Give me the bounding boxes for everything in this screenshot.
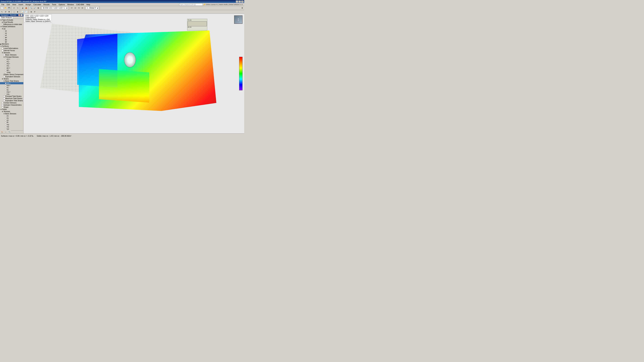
nav-surfaces[interactable]: ▼ Surfaces bbox=[0, 45, 23, 47]
menu-tools[interactable]: Tools bbox=[51, 3, 57, 6]
nav-s1m[interactable]: σ1,- bbox=[0, 60, 23, 62]
radio-phiz[interactable] bbox=[3, 41, 5, 42]
nav-eyy[interactable]: εyy,+ bbox=[0, 84, 23, 86]
nav-members[interactable]: ▶ Members bbox=[0, 43, 23, 45]
nav-principal-total[interactable]: Principal Total Strains bbox=[0, 95, 23, 97]
navigator-pin[interactable]: 📌 bbox=[18, 14, 20, 16]
nav-eym[interactable]: εy,- bbox=[0, 89, 23, 91]
radio-exm[interactable] bbox=[5, 87, 6, 88]
radio-sz[interactable] bbox=[5, 120, 6, 121]
nav-stresses[interactable]: ▼ Stresses bbox=[0, 52, 23, 54]
radio-eyy[interactable] bbox=[5, 85, 6, 86]
menu-window[interactable]: Window bbox=[66, 3, 75, 6]
menu-cad-bim[interactable]: CAD-BIM bbox=[75, 3, 85, 6]
tb-3d[interactable]: 3D bbox=[81, 6, 84, 10]
radio-phiy[interactable] bbox=[3, 39, 5, 40]
nav-isotropic[interactable]: Isotropic Characteristics bbox=[0, 104, 23, 106]
nav-exx[interactable]: εxx,+ bbox=[0, 82, 23, 84]
nav-phi1p[interactable]: φ1,+ bbox=[0, 67, 23, 69]
check-int-forces[interactable] bbox=[2, 50, 3, 51]
tb-export[interactable]: 📤 bbox=[24, 6, 28, 10]
tb-node-snap[interactable]: ⊕ bbox=[30, 10, 33, 13]
check-iso[interactable] bbox=[2, 104, 3, 106]
nav-basic-stresses[interactable]: Basic Stresses bbox=[0, 54, 23, 56]
tb-select[interactable]: ↖ bbox=[0, 10, 4, 13]
nav-solid-stresses[interactable]: ▼ Stresses bbox=[0, 110, 23, 113]
nav-elastic-stress[interactable]: Elastic Stress Components bbox=[0, 73, 23, 76]
nav-tab-static[interactable]: Static Analysis bbox=[0, 16, 13, 19]
nav-btn-3[interactable]: 🔧 bbox=[8, 130, 11, 134]
radio-exx[interactable] bbox=[5, 83, 6, 84]
nav-exyp[interactable]: εxy,+ bbox=[0, 91, 23, 93]
radio-uy[interactable] bbox=[3, 32, 5, 34]
radio-sx[interactable] bbox=[5, 115, 6, 117]
nav-type-results[interactable]: ▼ Type of results bbox=[0, 19, 23, 21]
menu-calculate[interactable]: Calculate bbox=[32, 3, 42, 6]
nav-equiv-stress[interactable]: Equivalent Stresses bbox=[0, 76, 23, 78]
nav-final-results[interactable]: Final Results bbox=[0, 21, 23, 23]
tb-rotate[interactable]: ↺ bbox=[4, 10, 7, 13]
nav-exm[interactable]: εx,- bbox=[0, 86, 23, 89]
radio-exym[interactable] bbox=[5, 93, 6, 95]
nav-s2p[interactable]: σ2,+ bbox=[0, 62, 23, 65]
mesh-visualization[interactable]: 75.00 60.00 bbox=[24, 14, 244, 133]
nav-ux[interactable]: ux bbox=[0, 30, 23, 32]
tb-pan[interactable]: ✥ bbox=[8, 10, 11, 13]
menu-options[interactable]: Options bbox=[58, 3, 66, 6]
nav-equiv-total[interactable]: Equivalent Total Strains bbox=[0, 99, 23, 102]
tb-zoom-in[interactable]: 🔍 bbox=[30, 6, 33, 10]
nav-btn-1[interactable]: 🏠 bbox=[0, 130, 4, 134]
nav-shape[interactable]: Shape bbox=[0, 106, 23, 108]
nav-s2m[interactable]: σ2,- bbox=[0, 65, 23, 67]
nav-btn-2[interactable]: ↔ bbox=[4, 130, 8, 134]
nav-solids[interactable]: ▼ Solids bbox=[0, 108, 23, 110]
result-combo[interactable]: S| CO2: LC1 + LC2 + LC3 + LC4 bbox=[42, 6, 68, 9]
tb-wire[interactable]: ⬚ bbox=[12, 10, 16, 13]
nav-txy[interactable]: τxy bbox=[0, 123, 23, 126]
tb-solid-view[interactable]: ■ bbox=[16, 10, 19, 13]
nav-tyz[interactable]: τyz bbox=[0, 128, 23, 130]
tb-grid-snap[interactable]: # bbox=[33, 10, 36, 13]
radio-phi1m[interactable] bbox=[5, 69, 6, 71]
tb-result-off[interactable]: 📉 bbox=[24, 10, 28, 13]
nav-global-def[interactable]: ▼ Global Definitions bbox=[0, 25, 23, 28]
view-combo[interactable]: 1 - Global XYZ bbox=[86, 6, 99, 9]
nav-s1p[interactable]: σ1,+ bbox=[0, 58, 23, 60]
check-equiv[interactable] bbox=[3, 76, 5, 78]
menu-edit[interactable]: Edit bbox=[6, 3, 11, 6]
radio-diff[interactable] bbox=[2, 24, 3, 25]
menu-insert[interactable]: Insert bbox=[18, 3, 24, 6]
radio-tmax[interactable] bbox=[5, 72, 6, 73]
menu-assign[interactable]: Assign bbox=[24, 3, 32, 6]
radio-s2m[interactable] bbox=[5, 65, 6, 66]
radio-phix[interactable] bbox=[3, 37, 5, 38]
tb-print[interactable]: 🖨 bbox=[21, 6, 24, 10]
radio-sy[interactable] bbox=[5, 117, 6, 119]
nav-u-group[interactable]: ▼ [u] bbox=[0, 28, 23, 30]
nav-max-total[interactable]: Maximum Total Strains bbox=[0, 97, 23, 99]
menu-help[interactable]: Help bbox=[85, 3, 91, 6]
nav-rl[interactable]: Rl bbox=[0, 121, 23, 123]
check-mt[interactable] bbox=[3, 98, 5, 99]
nav-sz[interactable]: σz bbox=[0, 119, 23, 121]
menu-results[interactable]: Results bbox=[42, 3, 51, 6]
nav-exym[interactable]: εxy,- bbox=[0, 93, 23, 95]
radio-rl[interactable] bbox=[5, 122, 6, 123]
minimize-button[interactable]: — bbox=[236, 0, 238, 3]
check-shape[interactable] bbox=[2, 106, 3, 108]
tb-view-xy[interactable]: XY bbox=[70, 6, 74, 10]
nav-strains[interactable]: ▼ Strains bbox=[0, 78, 23, 80]
check-et[interactable] bbox=[3, 100, 5, 102]
tb-result-on[interactable]: 📊 bbox=[21, 10, 24, 13]
search-input[interactable] bbox=[179, 3, 203, 6]
tb-zoom-fit[interactable]: ⊞ bbox=[36, 6, 40, 10]
menu-file[interactable]: File bbox=[0, 3, 5, 6]
check-basic-stress[interactable] bbox=[3, 54, 5, 56]
menu-view[interactable]: View bbox=[11, 3, 17, 6]
nav-phi1m[interactable]: φ1,- bbox=[0, 69, 23, 71]
tb-settings[interactable]: ⚙ bbox=[240, 6, 244, 10]
nav-differences[interactable]: Differences to initial state bbox=[0, 23, 23, 25]
nav-sx[interactable]: σx bbox=[0, 115, 23, 117]
check-pt[interactable] bbox=[3, 95, 5, 97]
radio-phi1p[interactable] bbox=[5, 67, 6, 69]
